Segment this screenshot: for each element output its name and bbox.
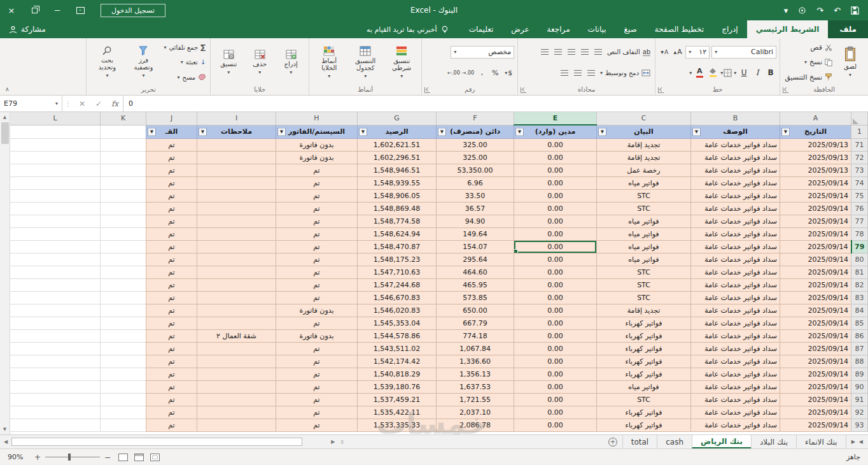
horizontal-scrollbar[interactable]: ◀ ▶ ⁞⁞ [0, 435, 347, 448]
cell-status[interactable]: تم [146, 266, 197, 278]
cell-credit[interactable]: 149.64 [437, 227, 514, 240]
cell-debit[interactable]: 0.00 [514, 342, 597, 355]
decrease-indent-icon[interactable] [592, 46, 604, 58]
cell-empty[interactable] [10, 380, 101, 393]
row-number[interactable]: 75 [851, 189, 868, 202]
cell-status[interactable]: تم [146, 189, 197, 202]
cell-status[interactable]: تم [146, 164, 197, 176]
row-number[interactable]: 85 [851, 317, 868, 329]
cell-description[interactable]: سداد فواتير خدمات عامة [691, 138, 780, 151]
cell-empty[interactable] [101, 342, 146, 355]
cell-credit[interactable]: 1,336.60 [437, 355, 514, 368]
cell-debit[interactable]: 0.00 [514, 215, 597, 227]
autosum-button[interactable]: ∑ جمع تلقائي ▾ [162, 41, 207, 54]
cell-notes[interactable] [197, 406, 276, 418]
cell-notes[interactable] [197, 380, 276, 393]
row-number[interactable]: 77 [851, 215, 868, 227]
row-number[interactable]: 71 [851, 138, 868, 151]
redo-icon[interactable]: ↷ [816, 6, 823, 15]
cell-debit[interactable]: 0.00 [514, 164, 597, 176]
cell-credit[interactable]: 1,637.53 [437, 380, 514, 393]
cell-balance[interactable]: 1,548,774.58 [358, 215, 437, 227]
cell-description[interactable]: سداد فواتير خدمات عامة [691, 215, 780, 227]
cell-debit[interactable]: 0.00 [514, 278, 597, 291]
cell-status[interactable]: تم [146, 253, 197, 266]
cell-empty[interactable] [101, 240, 146, 253]
cell-empty[interactable] [10, 227, 101, 240]
normal-view-icon[interactable] [118, 454, 128, 461]
header-cell-system-invoice[interactable]: السيستم/الفاتور▼ [276, 125, 358, 138]
cell-debit[interactable]: 0.00 [514, 380, 597, 393]
cell-description[interactable]: سداد فواتير خدمات عامة [691, 342, 780, 355]
cell-statement[interactable]: فواتير مياه [597, 253, 691, 266]
filter-dropdown-icon[interactable]: ▼ [359, 127, 367, 136]
cell-empty[interactable] [10, 164, 101, 176]
cell-system-invoice[interactable]: تم [276, 406, 358, 418]
cell-notes[interactable] [197, 189, 276, 202]
cell-statement[interactable]: فواتير كهرباء [597, 418, 691, 431]
cell-credit[interactable]: 650.00 [437, 304, 514, 317]
cell-system-invoice[interactable]: بدون فاتورة [276, 151, 358, 164]
cell-empty[interactable] [10, 355, 101, 368]
conditional-formatting-button[interactable]: تنسيق شرطي ▾ [385, 40, 418, 85]
cell-statement[interactable]: فواتير مياه [597, 240, 691, 253]
cell-empty[interactable] [10, 215, 101, 227]
cell-balance[interactable]: 1,548,624.94 [358, 227, 437, 240]
cell-styles-button[interactable]: أنماط الخلايا ▾ [312, 40, 346, 85]
cell-statement[interactable]: STC [597, 189, 691, 202]
tab-formulas[interactable]: صيغ [615, 20, 646, 38]
column-header-a[interactable]: A [780, 112, 851, 125]
cell-credit[interactable]: 2,037.10 [437, 406, 514, 418]
column-header-h[interactable]: H [276, 112, 358, 125]
cell-date[interactable]: 2025/09/14 [780, 355, 851, 368]
save-icon[interactable] [851, 6, 859, 15]
column-header-g[interactable]: G [358, 112, 437, 125]
cell-balance[interactable]: 1,548,906.05 [358, 189, 437, 202]
cell-debit[interactable]: 0.00 [514, 304, 597, 317]
cell-system-invoice[interactable]: تم [276, 240, 358, 253]
cell-date[interactable]: 2025/09/14 [780, 418, 851, 431]
tab-help[interactable]: تعليمات [460, 20, 503, 38]
cell-statement[interactable]: رخصة عمل [597, 164, 691, 176]
row-number[interactable]: 74 [851, 176, 868, 189]
bold-button[interactable]: B [765, 67, 776, 78]
cell-description[interactable]: سداد فواتير خدمات عامة [691, 418, 780, 431]
header-cell-statement[interactable]: البيان▼ [597, 125, 691, 138]
increase-indent-icon[interactable] [579, 46, 591, 58]
zoom-slider-thumb[interactable] [68, 454, 71, 461]
cell-balance[interactable]: 1,544,578.86 [358, 329, 437, 342]
zoom-level[interactable]: 90% [8, 453, 27, 461]
row-number[interactable]: 1 [851, 125, 868, 138]
minimize-icon[interactable]: ─ [46, 0, 69, 20]
dialog-launcher-icon[interactable] [521, 87, 526, 93]
cell-empty[interactable] [10, 418, 101, 431]
cell-status[interactable]: تم [146, 202, 197, 215]
tab-data[interactable]: بيانات [579, 20, 615, 38]
cell-notes[interactable] [197, 342, 276, 355]
cell-debit[interactable]: 0.00 [514, 189, 597, 202]
clear-button[interactable]: مسح ▾ [162, 71, 207, 84]
cell-description[interactable]: سداد فواتير خدمات عامة [691, 164, 780, 176]
column-header-b[interactable]: B [691, 112, 780, 125]
share-button[interactable]: مشاركة [0, 20, 55, 38]
cell-description[interactable]: سداد فواتير خدمات عامة [691, 202, 780, 215]
cell-system-invoice[interactable]: تم [276, 291, 358, 304]
cell-status[interactable]: تم [146, 138, 197, 151]
cell-empty[interactable] [10, 291, 101, 304]
cell-status[interactable]: تم [146, 240, 197, 253]
cell-description[interactable]: سداد فواتير خدمات عامة [691, 176, 780, 189]
formula-input[interactable]: 0 [123, 96, 868, 111]
column-header-f[interactable]: F [437, 112, 514, 125]
cell-empty[interactable] [101, 278, 146, 291]
cell-empty[interactable] [101, 406, 146, 418]
cell-statement[interactable]: STC [597, 393, 691, 406]
name-box[interactable]: E79 ▾ [0, 96, 62, 111]
cell-notes[interactable] [197, 368, 276, 380]
cell-statement[interactable]: فواتير مياه [597, 227, 691, 240]
cell-description[interactable]: سداد فواتير خدمات عامة [691, 368, 780, 380]
scroll-left-icon[interactable]: ◀ [2, 439, 10, 445]
cell-date[interactable]: 2025/09/14 [780, 393, 851, 406]
format-as-table-button[interactable]: التنسيق كجدول ▾ [347, 40, 383, 85]
close-icon[interactable]: × [0, 0, 23, 20]
cell-description[interactable]: سداد فواتير خدمات عامة [691, 227, 780, 240]
